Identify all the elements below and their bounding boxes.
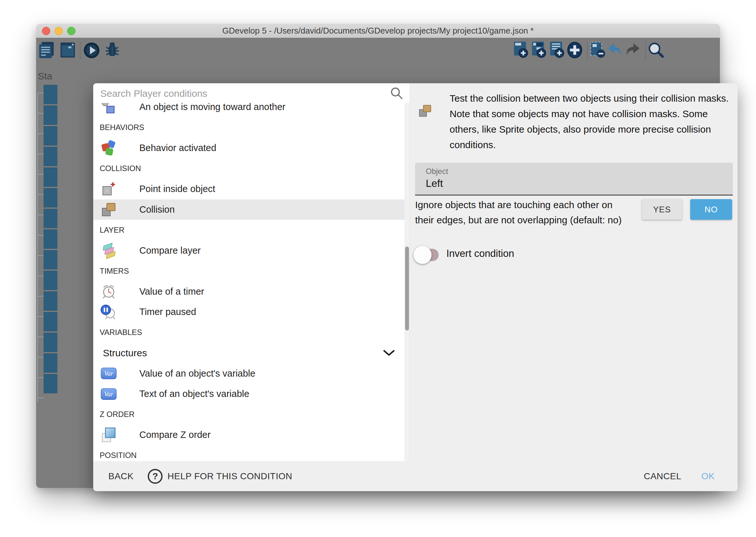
search-bar [93,83,410,103]
project-manager-icon[interactable] [38,41,55,60]
list-item[interactable]: An object is moving toward another [93,103,410,117]
ignore-edges-label: Ignore objects that are touching each ot… [415,197,622,227]
yes-button[interactable]: YES [642,199,682,220]
object-field-value: Left [426,178,443,189]
app-window: GDevelop 5 - /Users/david/Documents/GDev… [36,24,720,488]
debug-icon[interactable] [104,41,121,60]
ok-button[interactable]: OK [701,471,715,481]
compare-z-icon [100,427,117,443]
svg-text:Var: Var [104,391,113,397]
toolbar-search-icon[interactable] [648,41,664,60]
variable-icon: Var [100,365,117,382]
list-item-label: Value of a timer [139,286,204,297]
add-object-icon[interactable] [566,41,583,60]
condition-description: Test the collision between two objects u… [450,91,729,153]
search-icon [390,86,404,101]
help-button[interactable]: HELP FOR THIS CONDITION [168,471,292,481]
section-header: VARIABLES [93,322,410,343]
list-item[interactable]: VarValue of an object's variable [93,363,410,384]
toggle-thumb [413,246,432,264]
cancel-button[interactable]: CANCEL [644,471,682,481]
section-header: LAYER [93,220,410,240]
timer-icon [100,283,117,300]
redo-icon[interactable] [624,41,641,60]
toolbar-separator [645,42,646,60]
add-external-events-icon[interactable] [530,41,547,60]
list-item-label: Behavior activated [139,143,216,153]
condition-list: An object is moving toward anotherBEHAVI… [93,103,410,461]
collision-icon [418,103,433,119]
background-event-rows [44,85,57,395]
section-header-label: VARIABLES [100,328,142,337]
desktop: GDevelop 5 - /Users/david/Documents/GDev… [0,0,756,537]
list-item-label: Compare layer [139,245,201,256]
collision-icon [100,201,117,218]
list-item[interactable]: Value of a timer [93,281,410,302]
list-item-label: An object is moving toward another [139,103,285,112]
section-header-label: TIMERS [100,267,129,275]
list-scrollbar-thumb[interactable] [405,247,409,330]
condition-editor-dialog: An object is moving toward anotherBEHAVI… [93,83,737,491]
section-header-label: BEHAVIORS [100,123,144,132]
moving-toward-icon [100,103,117,115]
list-item[interactable]: Point inside object [93,179,410,199]
chevron-down-icon [383,350,395,356]
timer-paused-icon [100,304,117,320]
list-item-label: Text of an object's variable [139,389,249,399]
back-button[interactable]: BACK [108,471,133,481]
section-header-label: Z ORDER [100,410,134,419]
point-inside-icon [100,181,117,197]
object-field-label: Object [426,167,448,176]
list-item[interactable]: VarText of an object's variable [93,384,410,404]
list-item-label: Compare Z order [139,430,210,440]
list-item-label: Point inside object [139,184,215,194]
compare-layer-icon [100,242,117,259]
no-button[interactable]: NO [690,199,732,220]
list-item[interactable]: Compare layer [93,240,410,261]
variable-icon: Var [100,386,117,402]
list-item[interactable]: Structures [93,343,410,363]
play-icon[interactable] [83,41,100,60]
remove-external-icon[interactable] [589,41,606,60]
add-external-layout-icon[interactable] [548,41,565,60]
section-header: COLLISION [93,158,410,179]
section-header: TIMERS [93,261,410,281]
svg-text:Var: Var [104,370,113,377]
undo-icon[interactable] [606,41,623,60]
section-header-label: LAYER [100,226,125,235]
toolbar-separator [80,42,81,60]
expander-label: Structures [103,348,147,358]
list-item[interactable]: Compare Z order [93,425,410,445]
background-tab-label: Sta [38,71,52,82]
search-input[interactable] [100,86,382,101]
panel-divider [410,83,410,461]
invert-condition-toggle[interactable] [413,246,440,264]
list-item-label: Value of an object's variable [139,368,255,379]
section-header: BEHAVIORS [93,117,410,138]
list-item[interactable]: Timer paused [93,302,410,322]
section-header-label: COLLISION [100,164,141,173]
list-item[interactable]: Collision [93,199,410,220]
titlebar: GDevelop 5 - /Users/david/Documents/GDev… [36,24,720,38]
section-header-label: POSITION [100,451,137,460]
list-item-label: Collision [139,204,175,215]
window-title: GDevelop 5 - /Users/david/Documents/GDev… [36,24,720,38]
scene-editor-icon[interactable] [59,41,76,60]
section-header: Z ORDER [93,404,410,425]
list-item-label: Timer paused [139,307,196,317]
object-field[interactable]: Object Left [415,163,733,195]
list-scrollbar [404,103,410,461]
toolbar-separator [587,42,587,60]
dialog-footer: BACK ? HELP FOR THIS CONDITION CANCEL OK [93,461,737,491]
help-icon[interactable]: ? [148,469,163,484]
behavior-icon [100,140,117,156]
list-item[interactable]: Behavior activated [93,138,410,158]
invert-condition-label: Invert condition [446,248,514,260]
add-scene-icon[interactable] [512,41,529,60]
section-header: POSITION [93,445,410,462]
